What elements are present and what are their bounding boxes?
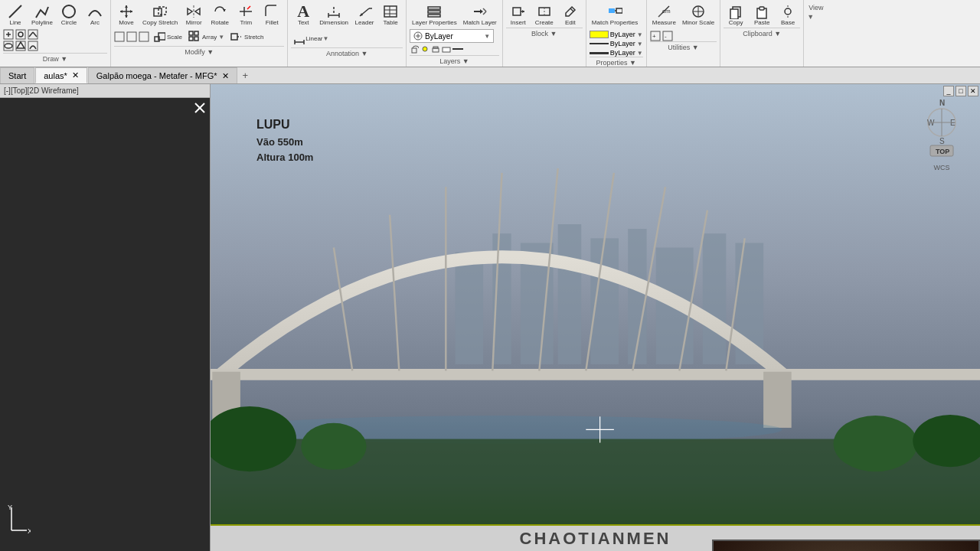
svg-text:-: - — [665, 33, 667, 40]
svg-marker-18 — [130, 10, 132, 13]
svg-point-130 — [834, 416, 918, 471]
svg-rect-113 — [211, 369, 980, 380]
move-button[interactable]: Move — [114, 2, 139, 28]
line-label: Line — [9, 19, 21, 26]
trim-button[interactable]: Trim — [234, 2, 258, 28]
mirror-label: Mirror — [186, 19, 202, 26]
left-panel: [-][Top][2D Wireframe] Y X — [0, 84, 211, 551]
block-group-label: Block ▼ — [506, 28, 583, 37]
tab-close-galpao-icon[interactable]: ✕ — [222, 71, 229, 81]
create-label: Create — [535, 19, 554, 26]
printer-icon — [431, 44, 440, 54]
webcam-overlay — [712, 540, 980, 551]
svg-rect-71 — [513, 8, 521, 15]
svg-line-76 — [570, 8, 573, 11]
main-viewport: LUPU Vão 550m Altura 100m N S E W TOP — [211, 84, 980, 551]
svg-text:N: N — [939, 99, 945, 107]
copy-stretch-button[interactable]: Copy Stretch — [140, 2, 180, 28]
wcs-label: WCS — [923, 164, 961, 171]
layer-properties-button[interactable]: Layer Properties — [410, 2, 459, 28]
minor-scale-button[interactable]: Minor Scale — [680, 2, 717, 28]
svg-marker-15 — [125, 5, 128, 8]
text-label: Text — [298, 19, 309, 26]
svg-point-1 — [63, 5, 75, 18]
layer-dropdown[interactable]: ByLayer ▼ — [410, 29, 494, 43]
measure-button[interactable]: cm Measure — [650, 2, 678, 28]
fillet-label: Fillet — [266, 19, 279, 26]
utilities-group: cm Measure Minor Scale + - Utilities ▼ — [647, 0, 720, 67]
base-button[interactable]: Base — [776, 2, 800, 28]
chaotianmen-label: CHAOTIANMEN — [520, 529, 671, 549]
rotate-button[interactable]: Rotate — [207, 2, 232, 28]
table-button[interactable]: Table — [378, 2, 403, 28]
rotate-icon — [212, 4, 227, 19]
tab-start[interactable]: Start — [0, 67, 34, 83]
svg-text:Y: Y — [8, 504, 12, 511]
svg-rect-69 — [443, 47, 450, 52]
properties-group-toolbar: Match Properties ByLayer ▼ ByLayer ▼ — [586, 0, 647, 67]
match-layer-button[interactable]: Match Layer — [461, 2, 499, 28]
insert-button[interactable]: Insert — [506, 2, 531, 28]
linear-button[interactable]: Linear ▼ — [291, 31, 331, 46]
maximize-button[interactable]: □ — [956, 86, 966, 96]
close-left-panel-icon[interactable] — [194, 102, 206, 116]
left-canvas: Y X — [0, 98, 210, 551]
move-label: Move — [119, 19, 134, 26]
edit-icon — [563, 4, 578, 19]
svg-text:X: X — [28, 527, 31, 534]
svg-line-81 — [658, 14, 662, 17]
create-button[interactable]: Create — [532, 2, 557, 28]
stretch-button[interactable]: Stretch — [228, 29, 266, 44]
tab-add-button[interactable]: + — [238, 68, 253, 83]
lineweight-row: ByLayer ▼ — [590, 49, 643, 57]
insert-label: Insert — [511, 19, 526, 26]
arc-button[interactable]: Arc — [83, 2, 107, 28]
mirror-button[interactable]: Mirror — [181, 2, 206, 28]
linear-icon — [293, 32, 305, 44]
rotate-label: Rotate — [211, 19, 229, 26]
polyline-button[interactable]: Polyline — [29, 2, 55, 28]
paste-icon — [754, 4, 769, 19]
linear-dropdown-icon: ▼ — [323, 35, 329, 42]
leader-label: Leader — [355, 19, 374, 26]
layer-properties-label: Layer Properties — [412, 19, 457, 26]
arc-label: Arc — [90, 19, 100, 26]
line-button[interactable]: Line — [3, 2, 28, 28]
paste-button[interactable]: Paste — [750, 2, 774, 28]
tabs-bar: Start aulas* ✕ Galpão moega - Metafer - … — [0, 67, 980, 84]
fillet-button[interactable]: Fillet — [260, 2, 284, 28]
scale-button[interactable]: Scale — [151, 29, 185, 44]
main-toolbar: Line Polyline Circle — [0, 0, 980, 67]
array-button[interactable]: Array ▼ — [186, 29, 227, 44]
paste-label: Paste — [754, 19, 769, 26]
circle-label: Circle — [61, 19, 77, 26]
copy-clipboard-button[interactable]: Copy — [724, 2, 748, 28]
modify-group-label: Modify ▼ — [114, 46, 284, 56]
svg-rect-124 — [763, 372, 792, 428]
leader-button[interactable]: Leader — [352, 2, 377, 28]
minimize-button[interactable]: _ — [943, 86, 954, 96]
text-icon: A — [296, 4, 311, 19]
match-properties-button[interactable]: Match Properties — [590, 2, 640, 28]
edit-button[interactable]: Edit — [558, 2, 583, 28]
minor-scale-icon — [691, 4, 706, 19]
tab-close-icon[interactable]: ✕ — [72, 70, 79, 80]
line-icon — [8, 4, 23, 19]
bridge-info: LUPU Vão 550m Altura 100m — [256, 115, 313, 166]
dimension-button[interactable]: Dimension — [317, 2, 351, 28]
copy-clipboard-label: Copy — [729, 19, 743, 26]
tab-galpao[interactable]: Galpão moega - Metafer - MFG* ✕ — [88, 67, 237, 83]
linetype-icon — [452, 45, 463, 53]
svg-rect-37 — [189, 37, 193, 41]
svg-rect-38 — [194, 37, 198, 41]
tab-aulas[interactable]: aulas* ✕ — [35, 67, 87, 83]
array-dropdown-icon: ▼ — [218, 34, 224, 41]
circle-button[interactable]: Circle — [57, 2, 81, 28]
dimension-icon — [326, 4, 341, 19]
svg-rect-55 — [428, 7, 440, 9]
linetype-indicator — [590, 43, 609, 44]
close-viewport-button[interactable]: ✕ — [968, 86, 978, 96]
svg-rect-57 — [428, 15, 440, 17]
svg-rect-5 — [16, 30, 25, 39]
text-button[interactable]: A Text — [291, 2, 315, 28]
